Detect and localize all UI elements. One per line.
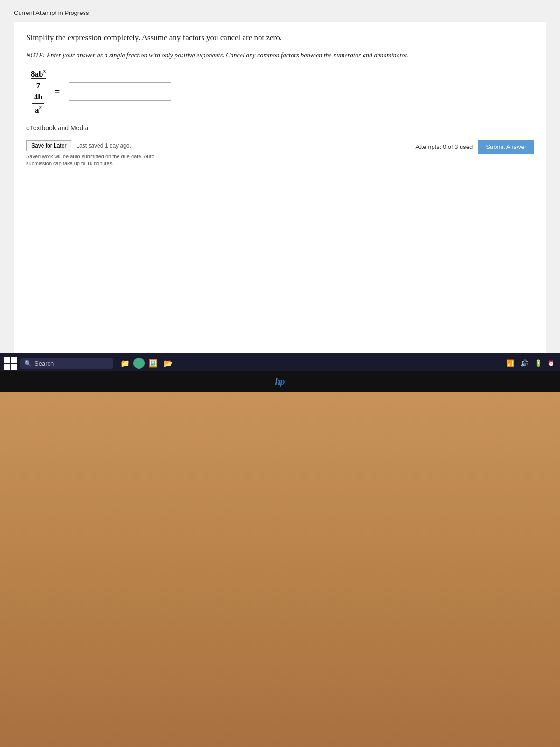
taskbar-icon-app3[interactable]: 📂 <box>161 357 175 370</box>
fraction-7: 7 <box>31 81 46 92</box>
taskbar-right: 📶 🔊 🔋 ⏰ <box>504 357 556 369</box>
fraction-equation: 8ab3 7 4b a2 = <box>31 69 534 115</box>
attempt-label: Current Attempt in Progress <box>14 9 546 16</box>
auto-submit-note: Saved work will be auto-submitted on the… <box>26 153 175 168</box>
search-bar[interactable]: 🔍 Search <box>20 358 113 369</box>
screen-bezel: hp <box>0 371 560 392</box>
taskbar-network-icon[interactable]: 📶 <box>504 357 516 369</box>
save-for-later-button[interactable]: Save for Later <box>26 140 71 151</box>
taskbar-battery-icon[interactable]: 🔋 <box>532 357 544 369</box>
submit-answer-button[interactable]: Submit Answer <box>478 140 534 154</box>
last-saved-text: Last saved 1 day ago. <box>76 142 131 149</box>
save-area: Save for Later Last saved 1 day ago. Sav… <box>26 140 175 168</box>
fraction-numerator-top: 8ab3 <box>31 69 46 79</box>
taskbar: 🔍 Search 📁 🖼️ 📂 📶 🔊 🔋 ⏰ <box>0 353 560 374</box>
screen: Current Attempt in Progress Simplify the… <box>0 0 560 374</box>
taskbar-clock[interactable]: ⏰ <box>546 357 556 369</box>
answer-input[interactable] <box>69 82 171 101</box>
screen-content: Current Attempt in Progress Simplify the… <box>0 0 560 374</box>
hp-logo: hp <box>275 376 285 387</box>
taskbar-icons: 📁 🖼️ 📂 <box>119 357 175 370</box>
taskbar-icon-browser[interactable] <box>133 358 145 369</box>
equals-sign: = <box>54 85 60 98</box>
search-label: Search <box>35 360 54 367</box>
question-instruction: Simplify the expression completely. Assu… <box>26 32 534 44</box>
laptop-body: const sl = document.querySelector('.spea… <box>0 392 560 747</box>
save-row: Save for Later Last saved 1 day ago. <box>26 140 175 151</box>
fraction-4b: 4b <box>32 92 44 104</box>
taskbar-sound-icon[interactable]: 🔊 <box>518 357 530 369</box>
question-box: Simplify the expression completely. Assu… <box>14 22 546 369</box>
taskbar-icon-files[interactable]: 📁 <box>119 357 132 370</box>
search-icon: 🔍 <box>24 360 32 367</box>
taskbar-icon-app2[interactable]: 🖼️ <box>147 357 160 370</box>
attempts-submit: Attempts: 0 of 3 used Submit Answer <box>415 140 534 154</box>
etextbook-link[interactable]: eTextbook and Media <box>26 124 534 132</box>
windows-logo[interactable] <box>4 357 17 370</box>
bottom-bar: Save for Later Last saved 1 day ago. Sav… <box>26 138 534 169</box>
question-note: NOTE: Enter your answer as a single frac… <box>26 50 534 60</box>
fraction-a2: a2 <box>35 104 42 115</box>
attempts-text: Attempts: 0 of 3 used <box>415 143 473 150</box>
